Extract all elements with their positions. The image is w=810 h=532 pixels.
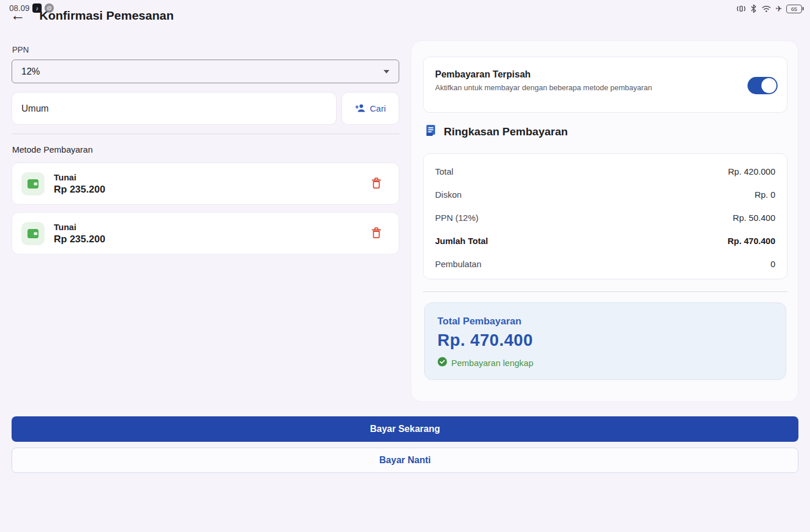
summary-row-value: Rp. 0 [754,190,775,200]
summary-row-label: Total [435,167,454,176]
payment-method-name: Tunai [54,222,105,232]
summary-row-label: Jumlah Total [435,236,488,246]
summary-row-label: PPN (12%) [435,213,478,223]
wallet-icon [21,172,45,195]
divider [423,291,787,292]
summary-row: Diskon Rp. 0 [435,183,775,206]
payment-method-info: Tunai Rp 235.200 [54,172,105,195]
divider [12,134,399,134]
battery-level: 65 [791,6,797,12]
payment-complete-text: Pembayaran lengkap [451,358,533,368]
split-payment-subtitle: Aktifkan untuk membayar dengan beberapa … [435,83,775,92]
airplane-mode-icon: ✈ [775,4,782,13]
delete-payment-button[interactable] [368,174,385,194]
back-button[interactable]: ← [10,7,25,23]
total-payment-card: Total Pembayaran Rp. 470.400 Pembayaran … [424,302,786,380]
summary-row-label: Pembulatan [435,259,481,269]
page-title: Konfirmasi Pemesanan [39,9,174,23]
summary-row: PPN (12%) Rp. 50.400 [435,206,775,229]
payment-method-card: Tunai Rp 235.200 [12,162,399,205]
vibrate-icon [737,4,746,13]
split-payment-title: Pembayaran Terpisah [435,69,775,80]
ppn-select[interactable]: 12% [12,60,399,83]
summary-row-grand-total: Jumlah Total Rp. 470.400 [435,229,775,252]
toggle-knob [761,78,776,93]
payment-method-card: Tunai Rp 235.200 [12,212,399,254]
payment-method-name: Tunai [54,172,105,182]
summary-header: Ringkasan Pembayaran [425,124,568,139]
status-bar-right: ✈ 65 [737,4,802,13]
wifi-icon [761,5,771,13]
summary-row-value: Rp. 50.400 [733,213,775,223]
delete-payment-button[interactable] [368,224,385,243]
payment-summary-panel: Pembayaran Terpisah Aktifkan untuk memba… [411,40,798,402]
payment-complete-status: Pembayaran lengkap [437,357,773,368]
payment-method-info: Tunai Rp 235.200 [54,222,105,245]
search-customer-label: Cari [370,104,386,113]
search-customer-button[interactable]: Cari [341,92,399,125]
summary-card: Total Rp. 420.000 Diskon Rp. 0 PPN (12%)… [423,153,787,279]
payment-method-amount: Rp 235.200 [54,184,105,195]
payment-methods-label: Metode Pembayaran [12,145,93,154]
customer-input[interactable] [12,92,337,125]
total-payment-label: Total Pembayaran [437,316,773,327]
split-payment-toggle[interactable] [748,77,778,94]
summary-row: Total Rp. 420.000 [435,160,775,183]
wallet-icon [21,222,45,245]
summary-row-value: Rp. 470.400 [727,236,775,246]
summary-row: Pembulatan 0 [435,252,775,275]
ppn-selected-value: 12% [21,66,40,77]
order-confirmation-screen: 08.09 ♪ @ ✈ 65 ← Konfirmasi Peme [0,0,810,532]
tiktok-glyph: ♪ [36,5,39,12]
summary-row-value: Rp. 420.000 [728,167,775,176]
check-circle-icon [437,357,447,368]
battery-icon: 65 [786,5,802,13]
summary-title: Ringkasan Pembayaran [444,125,568,138]
pay-now-button[interactable]: Bayar Sekarang [12,416,798,442]
bluetooth-icon [750,4,757,13]
payment-method-amount: Rp 235.200 [54,234,105,245]
split-payment-card: Pembayaran Terpisah Aktifkan untuk memba… [423,57,787,113]
pay-later-button[interactable]: Bayar Nanti [12,448,798,473]
receipt-icon [425,124,437,139]
ppn-label: PPN [12,45,29,54]
person-add-icon [355,103,366,114]
summary-row-label: Diskon [435,190,462,200]
chevron-down-icon [384,70,389,73]
total-payment-amount: Rp. 470.400 [437,331,773,350]
summary-row-value: 0 [771,259,775,269]
